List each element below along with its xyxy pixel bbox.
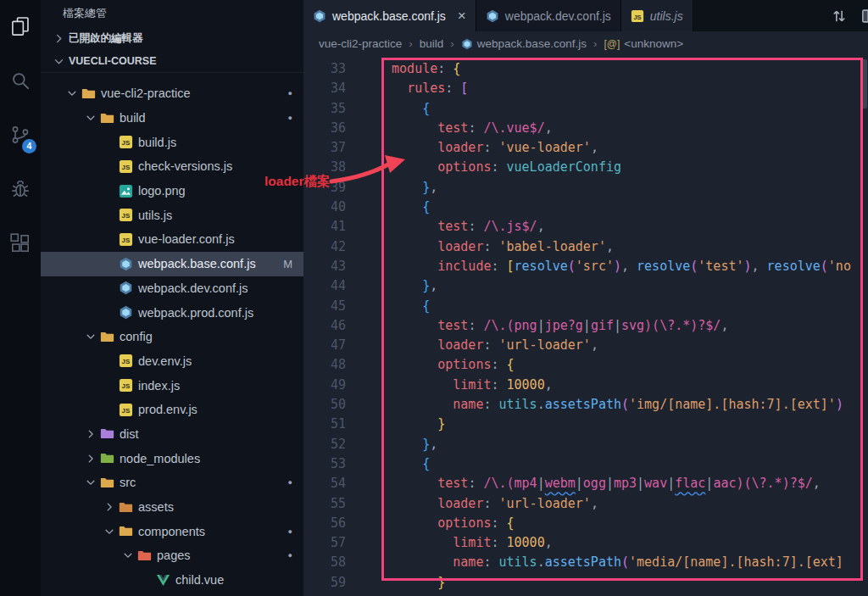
chevron-down-icon [85,112,100,124]
tree-item[interactable]: dist [41,422,303,447]
js-icon: JS [119,232,138,247]
tree-item-label: node_modules [120,452,200,465]
sidebar-title: 檔案總管 [41,0,303,27]
tree-item-label: webpack.prod.conf.js [138,306,253,320]
tree-item[interactable]: vue-cli2-practice● [41,81,303,106]
folder-icon [119,524,138,538]
folder-pages-icon [137,549,157,563]
chevron-down-icon [122,549,137,561]
vscode-window: 4 檔案總管 已開啟的編輯器 VUECLI-COURSE vue-cli2-pr… [0,0,868,596]
breadcrumb-separator: › [409,37,413,50]
modified-dot: ● [288,114,292,122]
editor-area: webpack.base.conf.js×webpack.dev.conf.js… [303,0,868,596]
webpack-icon [119,257,138,271]
tree-item[interactable]: components● [41,519,303,543]
webpack-icon [461,38,473,50]
editor-tab[interactable]: webpack.base.conf.js× [303,0,476,31]
code-line: 41 test: /\.js$/, [303,217,868,237]
activity-debug-button[interactable] [0,168,41,210]
tree-item[interactable]: webpack.dev.conf.js [41,276,303,301]
tree-item[interactable]: assets [41,495,303,520]
line-number: 35 [303,99,346,119]
code-line: 57 limit: 10000, [303,533,868,553]
tree-item-label: assets [138,500,174,514]
svg-text:JS: JS [633,13,641,20]
tree-item-label: src [120,476,136,489]
svg-text:JS: JS [122,359,131,366]
open-editors-section[interactable]: 已開啟的編輯器 [41,27,303,50]
tree-item[interactable]: JSutils.js [41,203,303,227]
line-number: 58 [303,553,346,572]
tree-item[interactable]: pages● [41,543,303,568]
tree-item[interactable]: child.vue [41,568,303,593]
code-line: 33 module: { [303,59,868,79]
code-line: 52 }, [303,435,868,454]
breadcrumb-item[interactable]: [@]<unknown> [604,37,683,50]
file-tree: vue-cli2-practice●build●JSbuild.jsJSchec… [41,73,303,596]
line-number: 59 [303,573,346,593]
tree-item[interactable]: src● [41,471,303,495]
activity-bar: 4 [0,0,41,596]
code-line: 50 name: utils.assetsPath('img/[name].[h… [303,395,868,415]
activity-explorer-button[interactable] [0,5,41,47]
folder-icon [81,86,101,101]
tree-item[interactable]: JSdev.env.js [41,349,303,374]
tree-item-label: dist [120,427,139,441]
tree-item[interactable]: config [41,325,303,349]
tree-item[interactable]: webpack.base.conf.jsM [41,252,303,276]
workspace-section[interactable]: VUECLI-COURSE [41,50,303,73]
activity-extensions-button[interactable] [0,222,41,265]
code-editor[interactable]: 33 module: {34 rules: [35 {36 test: /\.v… [303,56,868,596]
code-line: 59 } [303,573,868,593]
line-number: 55 [303,494,346,514]
breadcrumb-item[interactable]: webpack.base.conf.js [461,37,587,50]
js-icon: JS [119,354,138,368]
source-control-badge: 4 [22,139,36,153]
close-icon[interactable]: × [458,8,466,23]
chevron-right-icon [85,428,100,440]
code-text: } [346,415,445,434]
search-icon [9,70,31,92]
code-line: 56 options: { [303,514,868,533]
code-text: module: { [346,59,460,79]
activity-source-control-button[interactable]: 4 [0,114,41,156]
activity-search-button[interactable] [0,59,41,102]
line-number: 49 [303,376,346,395]
editor-tab[interactable]: JSutils.js [621,0,693,31]
code-text: }, [346,435,437,454]
folder-npm-icon [100,451,120,465]
breadcrumb-label: <unknown> [624,37,683,50]
tree-item[interactable]: JSbuild.js [41,130,303,154]
code-line: 48 options: { [303,355,868,375]
line-number: 40 [303,198,346,217]
tree-item[interactable]: webpack.prod.conf.js [41,300,303,325]
code-text: { [346,297,430,316]
chevron-right-icon [85,453,100,465]
breadcrumb-item[interactable]: vue-cli2-practice [319,37,402,50]
breadcrumb-item[interactable]: build [420,37,444,50]
tree-item[interactable]: node_modules [41,446,303,471]
code-text: test: /\.(png|jpe?g|gif|svg)(\?.*)?$/, [346,316,728,336]
folder-icon [100,476,120,490]
code-line: 34 rules: [ [303,79,868,98]
webpack-icon [486,9,499,23]
editor-scrollbar[interactable] [861,59,867,109]
modified-dot: ● [288,527,292,536]
editor-layout-icon[interactable] [861,8,868,25]
tree-item-label: webpack.dev.conf.js [138,281,248,295]
line-number: 47 [303,336,346,355]
chevron-down-icon [66,87,81,99]
breadcrumb: vue-cli2-practice›build›webpack.base.con… [303,31,868,56]
editor-tab[interactable]: webpack.dev.conf.js [476,0,621,31]
tree-item[interactable]: JSindex.js [41,373,303,398]
line-number: 52 [303,435,346,454]
folder-icon [100,330,120,344]
line-number: 56 [303,514,346,533]
split-editor-icon[interactable] [831,8,848,25]
tree-item-label: vue-cli2-practice [101,86,191,100]
tree-item[interactable]: JSvue-loader.conf.js [41,227,303,252]
tree-item[interactable]: build● [41,106,303,131]
line-number: 51 [303,415,346,434]
svg-text:JS: JS [122,383,131,391]
tree-item[interactable]: JSprod.env.js [41,398,303,422]
